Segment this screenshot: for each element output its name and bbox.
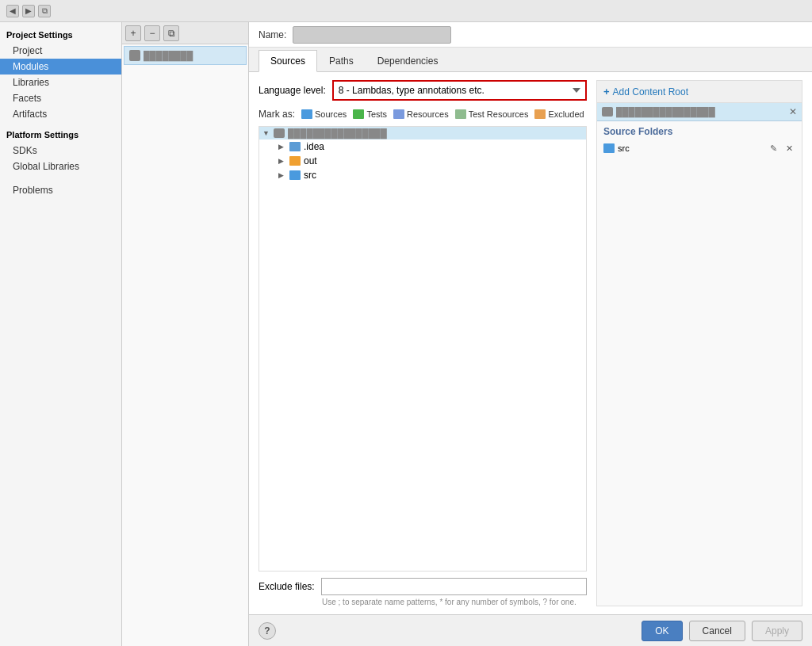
source-folder-item-left: src: [603, 143, 630, 153]
root-label: ████████████████: [288, 128, 387, 138]
sidebar-item-project[interactable]: Project: [0, 43, 121, 59]
mark-as-test-resources-button[interactable]: Test Resources: [455, 109, 529, 119]
source-folders-title: Source Folders: [603, 126, 795, 137]
tree-item-idea[interactable]: ▶ .idea: [259, 140, 586, 154]
idea-label: .idea: [304, 141, 324, 152]
src-label: src: [304, 170, 316, 181]
add-content-root-button[interactable]: + Add Content Root: [597, 81, 802, 103]
file-tree: ▼ ████████████████ ▶ .idea ▶: [259, 126, 587, 571]
name-input[interactable]: [293, 26, 451, 44]
test-resources-folder-icon: [455, 109, 466, 119]
add-module-button[interactable]: +: [125, 25, 141, 41]
mark-as-excluded-button[interactable]: Excluded: [534, 109, 584, 119]
tests-folder-icon: [353, 109, 364, 119]
add-content-root-label: Add Content Root: [613, 86, 688, 97]
main-layout: Project Settings Project Modules Librari…: [0, 22, 812, 646]
title-bar: ◀ ▶ ⧉: [0, 0, 812, 22]
content-root-panel: + Add Content Root ████████████████ ✕ So…: [596, 80, 802, 606]
sources-left: Language level: 8 - Lambdas, type annota…: [259, 80, 587, 606]
sidebar-item-problems[interactable]: Problems: [0, 182, 121, 198]
plus-icon: +: [603, 86, 610, 97]
idea-folder-icon: [289, 142, 301, 151]
name-bar: Name:: [249, 22, 812, 48]
name-label: Name:: [259, 29, 286, 40]
mark-test-resources-label: Test Resources: [469, 109, 529, 119]
content-root-item[interactable]: ████████████████ ✕: [597, 103, 802, 121]
src-arrow: ▶: [278, 171, 286, 179]
source-folder-actions: ✎ ✕: [767, 142, 795, 155]
out-folder-icon: [289, 156, 301, 166]
tree-item-out[interactable]: ▶ out: [259, 154, 586, 168]
idea-arrow: ▶: [278, 143, 286, 151]
sidebar-item-sdks[interactable]: SDKs: [0, 143, 121, 159]
sources-folder-icon: [301, 109, 312, 119]
mark-sources-label: Sources: [315, 109, 347, 119]
source-folder-item-src: src ✎ ✕: [603, 140, 795, 156]
out-label: out: [304, 155, 317, 166]
source-folders-section: Source Folders src ✎ ✕: [597, 121, 802, 161]
src-item-icon: [603, 143, 615, 153]
module-list-item[interactable]: ████████: [124, 46, 247, 65]
exclude-hint: Use ; to separate name patterns, * for a…: [259, 598, 587, 606]
language-level-select[interactable]: 8 - Lambdas, type annotations etc.: [332, 80, 587, 101]
src-item-label: src: [618, 143, 630, 153]
out-arrow: ▶: [278, 157, 286, 165]
platform-settings-title: Platform Settings: [0, 122, 121, 143]
content-root-item-left: ████████████████: [602, 107, 715, 117]
content-root-item-label: ████████████████: [616, 107, 715, 117]
copy-button[interactable]: ⧉: [38, 5, 51, 17]
tab-paths[interactable]: Paths: [317, 50, 366, 71]
root-icon: [274, 128, 285, 138]
source-folder-remove-button[interactable]: ✕: [783, 142, 795, 155]
mark-excluded-label: Excluded: [548, 109, 584, 119]
sources-tab-content: Language level: 8 - Lambdas, type annota…: [249, 72, 812, 614]
excluded-folder-icon: [534, 109, 546, 119]
bottom-bar: ? OK Cancel Apply: [249, 614, 812, 646]
resources-folder-icon: [393, 109, 404, 119]
module-list-toolbar: + − ⧉: [122, 22, 248, 44]
tabs-bar: Sources Paths Dependencies: [249, 48, 812, 72]
mark-as-label: Mark as:: [259, 109, 295, 120]
apply-button[interactable]: Apply: [752, 621, 802, 641]
content-area: Name: Sources Paths Dependencies Languag…: [249, 22, 812, 646]
source-folder-edit-button[interactable]: ✎: [767, 142, 779, 155]
bottom-right: OK Cancel Apply: [642, 621, 802, 641]
sidebar-item-libraries[interactable]: Libraries: [0, 75, 121, 90]
back-button[interactable]: ◀: [6, 5, 19, 17]
forward-button[interactable]: ▶: [22, 5, 35, 17]
sidebar-item-modules[interactable]: Modules: [0, 59, 121, 75]
remove-module-button[interactable]: −: [144, 25, 160, 41]
root-arrow: ▼: [262, 129, 270, 137]
copy-module-button[interactable]: ⧉: [163, 25, 179, 41]
ok-button[interactable]: OK: [642, 621, 682, 641]
exclude-input[interactable]: [321, 578, 587, 595]
sidebar-item-artifacts[interactable]: Artifacts: [0, 106, 121, 122]
help-button[interactable]: ?: [259, 622, 276, 640]
tab-dependencies[interactable]: Dependencies: [366, 50, 450, 71]
tree-item-src[interactable]: ▶ src: [259, 168, 586, 182]
sidebar-item-facets[interactable]: Facets: [0, 90, 121, 106]
sidebar-item-global-libraries[interactable]: Global Libraries: [0, 159, 121, 174]
exclude-files-row: Exclude files:: [259, 578, 587, 595]
mark-tests-label: Tests: [366, 109, 387, 119]
tree-root-item[interactable]: ▼ ████████████████: [259, 127, 586, 140]
sidebar: Project Settings Project Modules Librari…: [0, 22, 122, 646]
module-list-area: + − ⧉ ████████: [122, 22, 249, 646]
content-root-close-button[interactable]: ✕: [789, 106, 797, 117]
module-icon: [129, 50, 140, 61]
language-level-label: Language level:: [259, 85, 326, 96]
tab-sources[interactable]: Sources: [259, 50, 317, 72]
project-settings-title: Project Settings: [0, 25, 121, 43]
mark-as-resources-button[interactable]: Resources: [393, 109, 449, 119]
mark-resources-label: Resources: [407, 109, 449, 119]
cancel-button[interactable]: Cancel: [689, 621, 745, 641]
language-level-row: Language level: 8 - Lambdas, type annota…: [259, 80, 587, 101]
content-root-icon: [602, 107, 613, 117]
module-name: ████████: [144, 51, 193, 60]
src-folder-icon: [289, 170, 301, 180]
mark-as-sources-button[interactable]: Sources: [301, 109, 347, 119]
bottom-left: ?: [259, 622, 276, 640]
mark-as-tests-button[interactable]: Tests: [353, 109, 387, 119]
exclude-label: Exclude files:: [259, 581, 315, 592]
mark-as-row: Mark as: Sources Tests Resources: [259, 109, 587, 120]
